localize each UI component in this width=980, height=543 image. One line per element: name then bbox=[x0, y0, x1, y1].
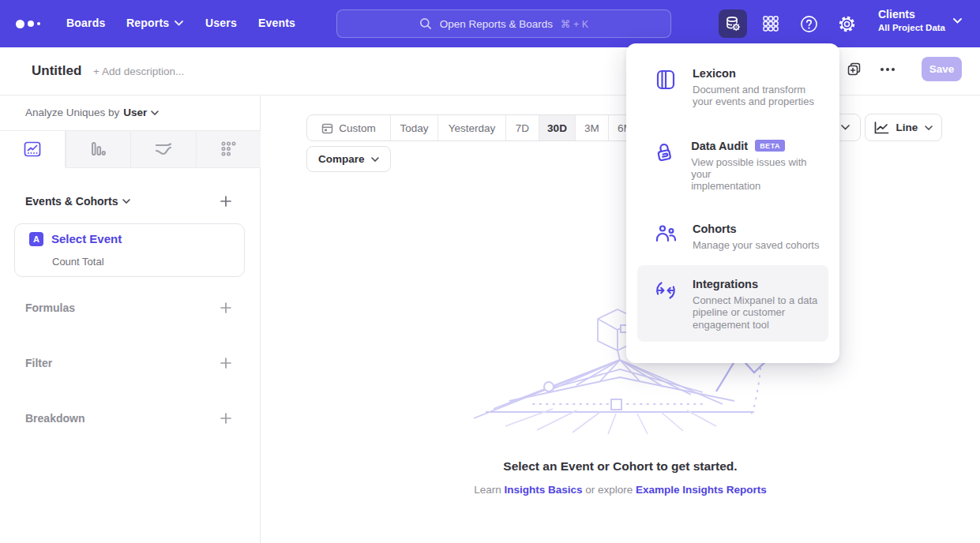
top-nav-bar: Boards Reports Users Events Open Reports… bbox=[0, 0, 980, 47]
add-icon bbox=[220, 412, 232, 425]
date-range-custom[interactable]: Custom bbox=[307, 115, 390, 140]
date-range-today[interactable]: Today bbox=[390, 115, 437, 140]
analyze-prefix: Analyze Uniques by bbox=[25, 107, 119, 118]
data-management-button[interactable] bbox=[719, 9, 747, 38]
tab-insights-line[interactable] bbox=[0, 131, 66, 168]
compare-label: Compare bbox=[318, 153, 365, 165]
search-placeholder: Open Reports & Boards bbox=[440, 18, 553, 30]
menu-item-title: Integrations bbox=[693, 278, 758, 290]
date-range-label: Yesterday bbox=[449, 122, 496, 134]
search-icon bbox=[419, 17, 432, 30]
analyze-uniques-row: Analyze Uniques by User bbox=[25, 107, 159, 118]
events-cohorts-label: Events & Cohorts bbox=[25, 195, 118, 208]
search-shortcut: ⌘ + K bbox=[561, 18, 588, 30]
compare-button[interactable]: Compare bbox=[306, 146, 391, 172]
help-icon bbox=[800, 15, 818, 33]
mixpanel-insights-page: Boards Reports Users Events Open Reports… bbox=[0, 0, 980, 543]
menu-item-description: View possible issues with your implement… bbox=[691, 156, 820, 193]
select-event-card[interactable]: A Select Event Count Total bbox=[14, 223, 245, 277]
chevron-down-icon bbox=[841, 125, 850, 130]
events-cohorts-header[interactable]: Events & Cohorts bbox=[25, 195, 130, 208]
duplicate-button[interactable] bbox=[843, 58, 865, 81]
view-type-tabs bbox=[0, 130, 261, 168]
data-management-icon bbox=[724, 15, 742, 32]
calendar-icon bbox=[321, 122, 333, 134]
date-range-30d-selected[interactable]: 30D bbox=[539, 115, 575, 140]
report-description-placeholder[interactable]: + Add description... bbox=[93, 66, 184, 77]
menu-item-data-audit[interactable]: Data Audit BETA View possible issues wit… bbox=[637, 127, 828, 204]
menu-item-lexicon[interactable]: Lexicon Document and transform your even… bbox=[637, 54, 828, 119]
insights-basics-link[interactable]: Insights Basics bbox=[504, 484, 582, 496]
count-total-label[interactable]: Count Total bbox=[52, 256, 104, 268]
chevron-down-icon bbox=[122, 199, 130, 204]
learn-prefix: Learn bbox=[474, 484, 501, 496]
date-range-3m[interactable]: 3M bbox=[575, 115, 608, 140]
add-icon bbox=[220, 357, 232, 369]
chevron-down-icon bbox=[371, 157, 379, 162]
nav-label: Boards bbox=[66, 17, 105, 29]
project-name: Clients bbox=[878, 8, 945, 22]
chart-type-label: Line bbox=[896, 122, 918, 133]
date-range-control: Custom Today Yesterday 7D 30D 3M 6M bbox=[306, 114, 642, 141]
add-icon bbox=[220, 195, 232, 208]
analyze-value-dropdown[interactable]: User bbox=[123, 107, 159, 118]
cohorts-people-icon bbox=[655, 223, 677, 251]
menu-item-integrations[interactable]: Integrations Connect Mixpanel to a data … bbox=[637, 265, 828, 342]
nav-item-reports[interactable]: Reports bbox=[126, 17, 183, 29]
tab-metrics-grid[interactable] bbox=[196, 131, 261, 168]
menu-item-cohorts[interactable]: Cohorts Manage your saved cohorts bbox=[637, 210, 828, 262]
app-grid-icon bbox=[762, 15, 779, 32]
date-range-label: Custom bbox=[339, 122, 376, 134]
tab-bar-chart[interactable] bbox=[66, 131, 131, 168]
global-search-button[interactable]: Open Reports & Boards ⌘ + K bbox=[336, 9, 671, 38]
nav-item-events[interactable]: Events bbox=[258, 17, 295, 29]
project-scope: All Project Data bbox=[878, 22, 945, 34]
chevron-down-icon bbox=[953, 18, 962, 24]
nav-label: Events bbox=[258, 17, 295, 29]
event-letter-badge: A bbox=[29, 232, 43, 246]
filter-section-label: Filter bbox=[25, 357, 52, 369]
line-chart-icon bbox=[874, 122, 889, 134]
beta-badge: BETA bbox=[755, 140, 785, 152]
bar-chart-icon bbox=[88, 140, 107, 159]
nav-item-users[interactable]: Users bbox=[205, 17, 237, 29]
add-formula-button[interactable] bbox=[218, 300, 234, 316]
date-range-label: 7D bbox=[516, 122, 529, 134]
date-range-label: 3M bbox=[584, 122, 599, 134]
select-event-label: Select Event bbox=[51, 232, 122, 245]
date-range-yesterday[interactable]: Yesterday bbox=[437, 115, 505, 140]
example-reports-link[interactable]: Example Insights Reports bbox=[636, 484, 767, 496]
metrics-grid-icon bbox=[219, 140, 238, 159]
analyze-value: User bbox=[123, 107, 147, 118]
add-filter-button[interactable] bbox=[218, 355, 234, 371]
save-button[interactable]: Save bbox=[922, 57, 962, 81]
chevron-down-icon bbox=[151, 110, 159, 115]
chevron-down-icon bbox=[175, 21, 183, 26]
nav-item-boards[interactable]: Boards bbox=[66, 17, 105, 29]
add-breakdown-button[interactable] bbox=[218, 410, 234, 426]
nav-label: Users bbox=[205, 17, 237, 29]
date-range-7d[interactable]: 7D bbox=[505, 115, 539, 140]
data-management-dropdown: Lexicon Document and transform your even… bbox=[626, 43, 839, 363]
chart-type-button[interactable]: Line bbox=[865, 114, 942, 141]
report-title[interactable]: Untitled bbox=[32, 63, 81, 79]
project-picker[interactable]: Clients All Project Data bbox=[878, 8, 962, 33]
insights-line-chart-icon bbox=[23, 140, 42, 159]
settings-gear-icon bbox=[838, 15, 856, 33]
data-audit-lock-icon bbox=[655, 140, 675, 193]
flows-icon bbox=[153, 140, 174, 159]
mixpanel-logo-icon[interactable] bbox=[16, 0, 40, 47]
menu-item-title: Cohorts bbox=[693, 223, 737, 235]
settings-button[interactable] bbox=[832, 9, 861, 38]
help-button[interactable] bbox=[794, 9, 823, 38]
duplicate-icon bbox=[847, 62, 862, 77]
add-event-button[interactable] bbox=[218, 193, 234, 209]
menu-item-description: Document and transform your events and p… bbox=[693, 84, 814, 108]
query-sidebar: Analyze Uniques by User bbox=[0, 95, 261, 543]
date-range-label: Today bbox=[400, 122, 428, 134]
tab-flows[interactable] bbox=[130, 131, 196, 168]
app-grid-button[interactable] bbox=[757, 9, 785, 38]
breakdown-section-label: Breakdown bbox=[25, 412, 84, 425]
nav-label: Reports bbox=[126, 17, 169, 29]
more-menu-button[interactable] bbox=[877, 58, 899, 81]
